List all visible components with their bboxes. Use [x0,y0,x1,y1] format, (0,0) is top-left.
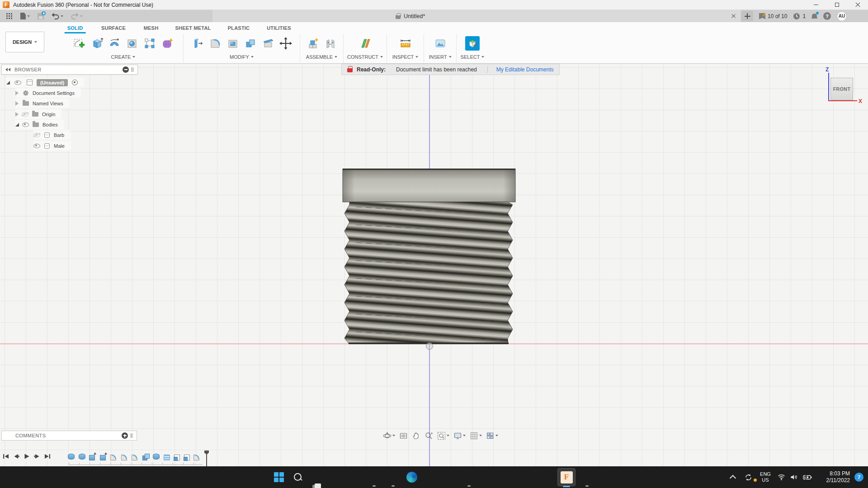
collapsed-triangle-icon[interactable] [15,91,19,95]
comments-drag-grip[interactable] [131,433,133,438]
comments-add-icon[interactable] [122,432,128,439]
taskbar-search-icon[interactable] [292,472,303,483]
tree-row-document-settings[interactable]: Document Settings [15,88,81,98]
timeline-coil-feature[interactable] [164,454,170,460]
timeline-fillet-feature[interactable] [110,454,117,460]
orbit-button[interactable] [382,431,396,441]
job-status-button[interactable]: 1 [793,13,806,20]
extrude-icon[interactable] [90,37,104,50]
grid-snap-button[interactable] [469,431,483,441]
revolve-icon[interactable] [108,37,121,50]
user-avatar[interactable]: AU [837,11,847,21]
group-label-assemble[interactable]: ASSEMBLE [306,54,337,60]
combine-icon[interactable] [244,37,257,50]
origin-marker[interactable] [426,343,433,350]
file-menu-button[interactable] [20,13,30,19]
tree-row-root[interactable]: (Unsaved) [6,78,84,87]
onedrive-sync-button[interactable] [741,474,756,481]
notifications-button[interactable] [811,13,817,19]
step-forward-icon[interactable] [34,453,40,460]
insert-image-icon[interactable] [434,37,447,50]
skip-to-start-icon[interactable] [3,453,9,460]
tab-sheet-metal[interactable]: SHEET METAL [175,25,211,33]
start-button[interactable] [274,472,284,483]
save-button[interactable] [38,13,44,19]
notification-center-button[interactable]: 7 [850,473,868,482]
timeline-revolve-feature[interactable] [153,454,160,460]
group-label-inspect[interactable]: INSPECT [392,54,419,60]
create-sketch-icon[interactable] [72,37,86,50]
visibility-eye-icon[interactable] [14,80,21,85]
skip-to-end-icon[interactable] [44,453,51,460]
display-settings-button[interactable] [453,431,467,441]
timeline-revolve-feature[interactable] [68,454,75,460]
tree-row-origin[interactable]: Origin [15,109,61,119]
fillet-icon[interactable] [208,37,222,50]
comments-panel-header[interactable]: COMMENTS [1,431,137,441]
screw-3d-model[interactable] [342,167,516,345]
tab-plastic[interactable]: PLASTIC [228,25,250,33]
timeline-fillet-feature[interactable] [121,454,128,460]
wifi-button[interactable] [775,474,788,480]
visibility-eye-off-icon[interactable] [22,112,28,117]
document-tab-close-icon[interactable] [730,13,737,19]
viewcube-front-face[interactable]: FRONT [833,86,851,92]
language-switcher[interactable]: ENG US [756,471,775,483]
activate-component-icon[interactable] [72,80,78,85]
maximize-button[interactable] [826,0,847,9]
timeline-extrude-feature[interactable] [100,454,107,460]
zoom-button[interactable] [424,431,434,441]
press-pull-icon[interactable] [191,37,204,50]
tree-row-body-male[interactable]: Male [33,141,71,150]
root-document-label[interactable]: (Unsaved) [37,79,68,86]
collapsed-triangle-icon[interactable] [15,112,19,117]
timeline-fillet-feature[interactable] [132,454,138,460]
tab-solid[interactable]: SOLID [67,25,83,33]
move-icon[interactable] [279,37,292,50]
app-launcher-button[interactable] [6,13,13,19]
timeline-extrude-feature[interactable] [89,454,96,460]
look-at-button[interactable] [398,431,409,441]
create-form-icon[interactable] [160,37,174,50]
battery-button[interactable] [800,474,815,480]
timeline-revolve-feature[interactable] [79,454,85,460]
timeline-fillet-feature[interactable] [193,454,200,460]
visibility-eye-icon[interactable] [22,122,29,127]
group-label-create[interactable]: CREATE [111,54,136,60]
viewcube[interactable]: FRONT [830,78,853,100]
play-icon[interactable] [24,453,30,460]
taskbar-clock[interactable]: 8:03 PM 2/11/2022 [815,470,850,484]
tree-row-body-barb[interactable]: Barb [33,130,71,140]
pan-button[interactable] [411,431,421,441]
new-tab-button[interactable] [741,11,753,21]
construct-plane-icon[interactable] [359,37,372,50]
tray-show-hidden-button[interactable] [725,474,741,480]
tree-row-named-views[interactable]: Named Views [15,99,70,108]
shell-icon[interactable] [226,37,240,50]
tab-mesh[interactable]: MESH [144,25,159,33]
sketch-rectangle-icon[interactable] [143,37,156,50]
timeline-pattern-feature[interactable] [184,455,190,460]
3d-viewport[interactable]: Read-Only: Document limit has been reach… [0,64,868,466]
task-view-icon[interactable] [311,483,322,488]
tree-row-bodies[interactable]: Bodies [15,120,64,129]
expand-triangle-icon[interactable] [6,81,10,84]
group-label-construct[interactable]: CONSTRUCT [347,54,383,60]
viewports-button[interactable] [485,431,499,441]
edge-browser-icon[interactable] [406,472,417,483]
visibility-eye-off-icon[interactable] [33,133,40,137]
expand-triangle-icon[interactable] [15,123,19,127]
minimize-button[interactable] [806,0,826,9]
redo-button[interactable] [71,13,83,19]
browser-drag-grip[interactable] [132,67,134,72]
timeline-pattern-feature[interactable] [174,455,180,460]
group-label-insert[interactable]: INSERT [429,54,451,60]
select-tool-active[interactable] [465,36,480,51]
timeline-playhead[interactable] [204,450,209,466]
close-button[interactable] [847,0,868,9]
document-counter[interactable]: 10 of 10 [759,13,787,19]
document-tab[interactable]: Untitled* [212,10,741,22]
timeline-combine-feature[interactable] [142,454,149,460]
joint-icon[interactable] [324,37,337,50]
fit-button[interactable] [436,431,450,441]
